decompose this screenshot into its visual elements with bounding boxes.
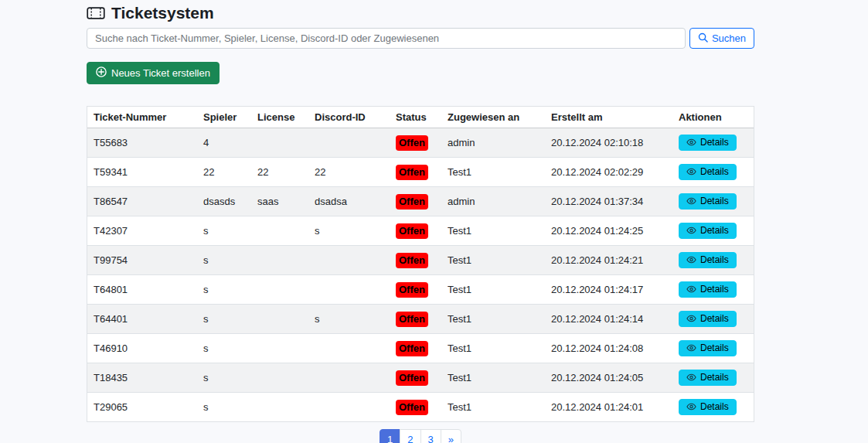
zugewiesen-cell: Test1 — [441, 393, 545, 422]
details-button-label: Details — [700, 254, 729, 265]
eye-icon — [686, 315, 696, 322]
page-button-next[interactable]: » — [441, 429, 461, 443]
license-cell: 22 — [251, 158, 308, 187]
table-row: T29065sOffenTest120.12.2024 01:24:01Deta… — [87, 393, 754, 422]
ticket-number-cell: T46910 — [87, 334, 197, 363]
status-badge: Offen — [396, 400, 428, 415]
erstellt-cell: 20.12.2024 01:24:05 — [545, 363, 672, 393]
pagination-container: 1 2 3 » — [87, 429, 754, 443]
license-cell — [251, 305, 308, 334]
aktionen-cell: Details — [672, 275, 754, 305]
details-button-label: Details — [700, 342, 729, 353]
details-button-label: Details — [700, 313, 729, 324]
spieler-cell: s — [197, 275, 251, 305]
page-button-3[interactable]: 3 — [420, 429, 441, 443]
discord-id-cell: dsadsa — [308, 187, 390, 216]
details-button[interactable]: Details — [679, 135, 737, 151]
main-content: Ticketsystem Suchen Neues Ticket erstell… — [87, 0, 754, 443]
pagination: 1 2 3 » — [380, 429, 461, 443]
zugewiesen-cell: Test1 — [441, 216, 545, 246]
eye-icon — [686, 373, 696, 381]
new-ticket-button-label: Neues Ticket erstellen — [111, 67, 210, 79]
page-title-text: Ticketsystem — [111, 4, 214, 22]
zugewiesen-cell: admin — [441, 128, 545, 158]
discord-id-cell: 22 — [308, 158, 390, 187]
details-button[interactable]: Details — [679, 311, 737, 327]
status-badge: Offen — [396, 312, 428, 327]
ticket-number-cell: T86547 — [87, 187, 197, 216]
aktionen-cell: Details — [672, 246, 754, 275]
new-ticket-button[interactable]: Neues Ticket erstellen — [87, 62, 220, 84]
aktionen-cell: Details — [672, 216, 754, 246]
page-button-2[interactable]: 2 — [400, 429, 420, 443]
details-button[interactable]: Details — [679, 281, 737, 298]
erstellt-cell: 20.12.2024 02:02:29 — [545, 158, 672, 187]
zugewiesen-cell: Test1 — [441, 334, 545, 363]
details-button-label: Details — [700, 284, 729, 295]
eye-icon — [686, 256, 696, 264]
col-spieler: Spieler — [197, 107, 251, 128]
details-button[interactable]: Details — [679, 193, 737, 210]
spieler-cell: s — [197, 216, 251, 246]
status-cell: Offen — [390, 334, 441, 363]
aktionen-cell: Details — [672, 187, 754, 216]
spieler-cell: 4 — [197, 128, 251, 158]
status-badge: Offen — [396, 341, 428, 356]
table-row: T59341222222OffenTest120.12.2024 02:02:2… — [87, 158, 754, 187]
status-cell: Offen — [390, 128, 441, 158]
page-button-1[interactable]: 1 — [380, 429, 400, 443]
details-button-label: Details — [700, 196, 729, 206]
details-button-label: Details — [700, 225, 729, 236]
license-cell: saas — [251, 187, 308, 216]
table-row: T46910sOffenTest120.12.2024 01:24:08Deta… — [87, 334, 754, 363]
table-header-row: Ticket-Nummer Spieler License Discord-ID… — [87, 107, 754, 128]
col-zugewiesen-an: Zugewiesen an — [441, 107, 545, 128]
status-badge: Offen — [396, 370, 428, 386]
ticket-icon — [87, 6, 105, 20]
status-badge: Offen — [396, 282, 428, 298]
table-row: T64401ssOffenTest120.12.2024 01:24:14Det… — [87, 305, 754, 334]
erstellt-cell: 20.12.2024 01:37:34 — [545, 187, 672, 216]
table-row: T556834Offenadmin20.12.2024 02:10:18Deta… — [87, 128, 754, 158]
status-badge: Offen — [396, 194, 428, 210]
details-button[interactable]: Details — [679, 223, 737, 239]
eye-icon — [686, 168, 696, 175]
details-button-label: Details — [700, 401, 729, 412]
ticket-number-cell: T99754 — [87, 246, 197, 275]
ticket-number-cell: T18435 — [87, 363, 197, 393]
table-row: T64801sOffenTest120.12.2024 01:24:17Deta… — [87, 275, 754, 305]
license-cell — [251, 275, 308, 305]
status-cell: Offen — [390, 246, 441, 275]
status-cell: Offen — [390, 216, 441, 246]
tickets-table-container: Ticket-Nummer Spieler License Discord-ID… — [87, 106, 754, 422]
table-row: T18435sOffenTest120.12.2024 01:24:05Deta… — [87, 363, 754, 393]
discord-id-cell — [308, 363, 390, 393]
details-button[interactable]: Details — [679, 399, 737, 415]
aktionen-cell: Details — [672, 128, 754, 158]
spieler-cell: s — [197, 246, 251, 275]
eye-icon — [686, 285, 696, 293]
spieler-cell: s — [197, 334, 251, 363]
col-license: License — [251, 107, 308, 128]
spieler-cell: s — [197, 393, 251, 422]
spieler-cell: dsasds — [197, 187, 251, 216]
status-badge: Offen — [396, 223, 428, 239]
search-input[interactable] — [87, 28, 686, 49]
discord-id-cell: s — [308, 216, 390, 246]
erstellt-cell: 20.12.2024 01:24:17 — [545, 275, 672, 305]
details-button-label: Details — [700, 166, 729, 177]
aktionen-cell: Details — [672, 305, 754, 334]
col-ticket-nummer: Ticket-Nummer — [87, 107, 197, 128]
status-cell: Offen — [390, 158, 441, 187]
status-badge: Offen — [396, 253, 428, 268]
aktionen-cell: Details — [672, 393, 754, 422]
spieler-cell: s — [197, 363, 251, 393]
details-button[interactable]: Details — [679, 370, 737, 386]
details-button[interactable]: Details — [679, 164, 737, 180]
search-button[interactable]: Suchen — [689, 28, 754, 49]
details-button[interactable]: Details — [679, 252, 737, 268]
aktionen-cell: Details — [672, 158, 754, 187]
status-cell: Offen — [390, 275, 441, 305]
ticket-number-cell: T64801 — [87, 275, 197, 305]
details-button[interactable]: Details — [679, 340, 737, 356]
